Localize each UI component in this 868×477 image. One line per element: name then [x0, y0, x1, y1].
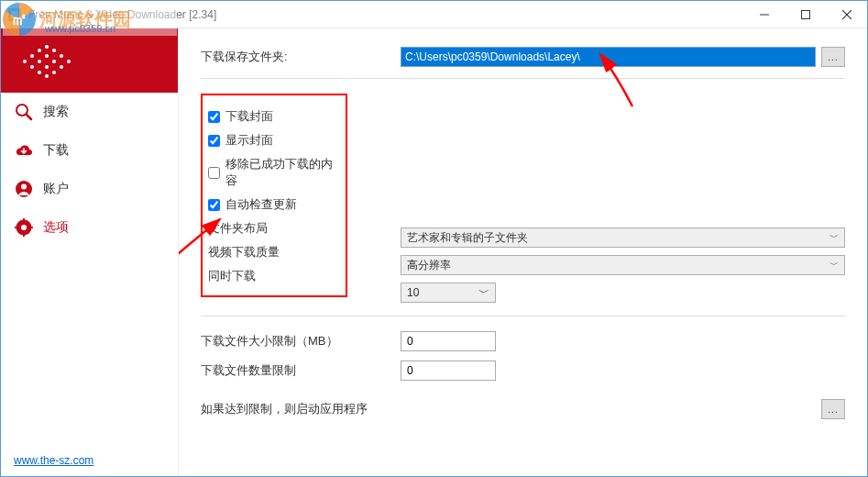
svg-point-14 [45, 65, 49, 69]
user-icon [14, 179, 34, 199]
svg-point-19 [60, 54, 63, 58]
maximize-icon [801, 10, 810, 19]
svg-point-17 [52, 60, 56, 63]
svg-point-20 [60, 65, 63, 69]
folder-layout-select[interactable]: 艺术家和专辑的子文件夹 ﹀ [401, 227, 845, 248]
size-limit-input[interactable] [401, 331, 496, 351]
count-limit-input[interactable] [401, 361, 496, 381]
show-cover-label: 显示封面 [225, 132, 273, 149]
highlight-box: 下载封面 显示封面 移除已成功下载的内容 自动检查更新 [201, 94, 347, 297]
chevron-down-icon: ﹀ [478, 285, 489, 301]
svg-rect-31 [30, 227, 33, 228]
app-icon [6, 6, 23, 23]
video-quality-select[interactable]: 高分辨率 ﹀ [401, 255, 845, 275]
svg-point-18 [52, 71, 56, 74]
download-cover-label: 下载封面 [225, 108, 273, 125]
svg-rect-1 [11, 11, 18, 18]
save-folder-value: C:\Users\pc0359\Downloads\Lacey\ [405, 50, 580, 63]
maximize-button[interactable] [785, 1, 826, 28]
sidebar-footer: www.the-sz.com [1, 445, 178, 476]
save-folder-label: 下载保存文件夹: [201, 49, 401, 65]
minimize-button[interactable] [743, 1, 785, 28]
sidebar-item-options[interactable]: 选项 [1, 208, 178, 247]
svg-point-25 [21, 184, 27, 190]
close-button[interactable] [826, 1, 867, 28]
brand-dots-icon [19, 41, 83, 82]
sidebar-item-label: 账户 [43, 181, 69, 197]
titlebar: Free Music & Video Downloader [2.34] [1, 1, 867, 28]
svg-point-16 [52, 49, 56, 52]
video-quality-label: 视频下载质量 [208, 244, 336, 261]
separator [201, 316, 845, 316]
show-cover-checkbox[interactable] [208, 135, 220, 147]
svg-point-6 [23, 60, 27, 63]
save-folder-input[interactable]: C:\Users\pc0359\Downloads\Lacey\ [401, 47, 816, 67]
svg-rect-3 [801, 10, 809, 18]
size-limit-label: 下载文件大小限制（MB） [201, 333, 401, 349]
svg-line-23 [27, 115, 31, 119]
svg-point-9 [38, 49, 41, 52]
concurrent-label: 同时下载 [208, 268, 336, 284]
minimize-icon [760, 10, 769, 19]
concurrent-value: 10 [407, 286, 419, 299]
download-cover-checkbox[interactable] [208, 111, 220, 123]
svg-point-13 [45, 54, 49, 58]
sidebar-item-account[interactable]: 账户 [1, 170, 178, 208]
count-limit-label: 下载文件数量限制 [201, 362, 401, 379]
chevron-down-icon: ﹀ [830, 259, 839, 272]
folder-layout-value: 艺术家和专辑的子文件夹 [407, 230, 528, 246]
sidebar-item-label: 搜索 [43, 104, 69, 120]
window-title: Free Music & Video Downloader [2.34] [28, 8, 743, 21]
svg-rect-28 [23, 218, 25, 221]
auto-update-label: 自动检查更新 [225, 196, 297, 213]
browse-folder-button[interactable]: ... [821, 47, 845, 67]
footer-link[interactable]: www.the-sz.com [14, 454, 93, 467]
svg-point-15 [45, 74, 49, 78]
svg-point-21 [67, 60, 71, 63]
gear-icon [14, 217, 34, 238]
sidebar-item-download[interactable]: 下载 [1, 131, 178, 170]
sidebar-item-search[interactable]: 搜索 [1, 93, 178, 131]
svg-point-7 [30, 54, 34, 58]
video-quality-value: 高分辨率 [407, 258, 451, 273]
folder-layout-label: 文件夹布局 [208, 220, 336, 237]
brand-header [1, 28, 178, 93]
svg-rect-29 [23, 234, 25, 237]
svg-point-27 [21, 225, 27, 230]
options-panel: 下载保存文件夹: C:\Users\pc0359\Downloads\Lacey… [179, 28, 867, 476]
sidebar: 搜索 下载 账户 选项 ww [1, 28, 179, 476]
chevron-down-icon: ﹀ [830, 231, 839, 244]
cloud-download-icon [14, 140, 34, 161]
on-limit-browse-button[interactable]: ... [821, 399, 845, 419]
svg-rect-30 [15, 227, 17, 228]
svg-point-12 [45, 45, 49, 49]
sidebar-item-label: 下载 [43, 142, 69, 159]
remove-after-label: 移除已成功下载的内容 [225, 156, 336, 189]
svg-point-11 [38, 71, 41, 74]
search-icon [14, 102, 34, 122]
remove-after-checkbox[interactable] [208, 167, 220, 179]
concurrent-select[interactable]: 10 ﹀ [401, 283, 496, 303]
sidebar-item-label: 选项 [43, 219, 69, 236]
separator [201, 78, 845, 79]
svg-point-8 [30, 65, 34, 69]
svg-point-10 [38, 60, 41, 63]
on-limit-app-label: 如果达到限制，则启动应用程序 [201, 401, 816, 417]
auto-update-checkbox[interactable] [208, 199, 220, 211]
app-window: ㎡ 河源软件园 www.pc0359.cn Free Music & Video… [0, 0, 868, 477]
close-icon [842, 10, 852, 19]
